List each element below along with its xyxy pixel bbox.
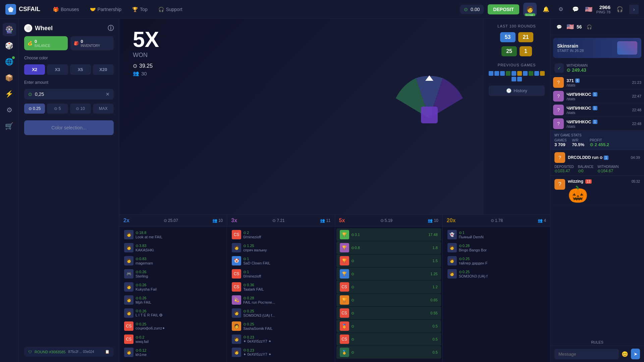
history-button[interactable]: 🕐 History: [489, 85, 545, 96]
nav-top[interactable]: 🏆 Top: [127, 5, 152, 14]
table-row: 🏅 ⊙ 0.5: [336, 346, 441, 359]
balance-tab[interactable]: 💰 0 BALANCE: [24, 36, 68, 50]
bet-column-5x: 5x ⊙ 5.19 👥 10 🏆: [335, 215, 443, 362]
user-avatar-sm: ?: [553, 118, 564, 129]
info-icon[interactable]: ⓘ: [108, 24, 114, 32]
amount-input-wrap: ⊙ ✕: [24, 89, 114, 100]
prev-dot: [529, 71, 533, 76]
chat-icon[interactable]: 💬: [554, 22, 564, 32]
user-list-item: ? ЧИПИНКОС 1 /stats 22:47: [550, 89, 644, 103]
avatar: 🧑: [447, 256, 457, 265]
ping-display: 2966 PING 78: [596, 4, 610, 14]
user-stats-link: /stats: [567, 83, 629, 87]
copy-icon[interactable]: 📋: [105, 350, 110, 354]
bet-amount-5x: ⊙ 5.19: [380, 218, 392, 223]
round-label: ROUND #3083585: [35, 350, 65, 354]
table-row: 🧑 ⊙0.26 L I T E R FAIL ✪: [121, 307, 225, 319]
history-icon: 🕐: [506, 88, 512, 93]
side-upgrade-icon[interactable]: ⚡: [3, 87, 16, 101]
username: 371: [567, 78, 574, 83]
right-panel: 💬 🇺🇸 56 🎧 Skinsrain START IN 26:28 ✓ WIT…: [550, 19, 644, 362]
table-row: 🧑 ⊙0.83 magemam: [121, 254, 225, 267]
chat-input[interactable]: [554, 349, 619, 359]
won-label: WON: [133, 52, 148, 59]
headset-icon[interactable]: 🎧: [585, 22, 594, 32]
side-dice-icon[interactable]: 🎲: [3, 39, 16, 52]
wheel-panel: ⚪ Wheel ⓘ 💰 0 BALANCE 🎒: [19, 19, 119, 362]
user-list-item: ? 371 6 /stats 21:23: [550, 76, 644, 89]
chat-toggle-button[interactable]: 💬: [570, 4, 581, 15]
bet-column-2x: 2x ⊙ 25.07 👥 10 🧑: [119, 215, 227, 362]
side-globe-icon[interactable]: 🌐: [3, 55, 16, 68]
user-avatar-sm: ?: [553, 91, 564, 102]
chat-avatar: ?: [554, 179, 565, 190]
chat-username: wiizzing: [568, 179, 583, 184]
round-hash: 875c2f ... 03e024: [68, 350, 94, 354]
inventory-tab[interactable]: 🎒 0 INVENTORY: [70, 36, 114, 50]
avatar: 🤡: [232, 256, 241, 265]
rules-link[interactable]: RULES: [550, 339, 644, 346]
nav-items: 🎁 Bonuses 🤝 Partnership 🏆 Top 🎧 Support: [48, 5, 452, 14]
quick-max[interactable]: MAX: [93, 104, 114, 114]
side-gear-icon[interactable]: ⚙: [3, 103, 16, 117]
bet-col-header-3x: 3x ⊙ 7.21 👥 11: [227, 215, 334, 227]
avatar: 🧑: [124, 282, 133, 292]
table-row: 🧑 ⊙0.23 ✦ 0eXt/\5zzY7 ✦: [228, 333, 333, 346]
avatar: 🏆: [340, 243, 349, 252]
notification-button[interactable]: 🔔: [541, 4, 551, 15]
partnership-icon: 🤝: [90, 7, 96, 12]
x3-button[interactable]: X3: [47, 64, 68, 75]
x2-button[interactable]: X2: [24, 64, 45, 75]
prev-dot: [540, 71, 545, 76]
game-row: ⚪ Wheel ⓘ 💰 0 BALANCE 🎒: [19, 19, 550, 362]
quick-5[interactable]: ⊙ 5: [47, 104, 68, 114]
nav-bonuses[interactable]: 🎁 Bonuses: [48, 5, 84, 14]
table-row: 🏆 ⊙0.8 1.8: [336, 241, 441, 254]
avatar: 🧑: [232, 335, 241, 344]
avatar: CS: [340, 335, 349, 344]
balance-value: 0.00: [471, 7, 480, 12]
emoji-button[interactable]: 😊: [622, 351, 628, 357]
quick-025[interactable]: ⊙ 0.25: [24, 104, 45, 114]
balance-tabs: 💰 0 BALANCE 🎒 0 INVENTORY: [24, 36, 114, 50]
user-stats-link: /stats: [567, 124, 629, 128]
amount-input[interactable]: [35, 92, 103, 97]
user-avatar[interactable]: 🧑 1 LVL: [523, 3, 537, 16]
stats-title: MY GAME STATS: [554, 133, 640, 137]
prev-dot: [494, 71, 499, 76]
table-row: 👻 ⊙1 Пьяный DemN: [444, 228, 549, 241]
send-button[interactable]: ➤: [631, 349, 640, 359]
side-market-icon[interactable]: 🛒: [3, 119, 16, 133]
expand-button[interactable]: ›: [629, 5, 639, 14]
drcolddd-badge: 1: [604, 156, 608, 160]
skinsrain-banner[interactable]: Skinsrain START IN 26:28: [553, 38, 641, 58]
table-row: CS ⊙ 0.5: [336, 333, 441, 346]
banner-subtitle: START IN 26:28: [557, 49, 584, 53]
prev-dot: [506, 71, 511, 76]
nav-support[interactable]: 🎧 Support: [154, 5, 187, 14]
avatar: CS: [340, 282, 349, 292]
mult-20x-label: 20x: [447, 218, 456, 224]
nav-right: ⊙ 0.00 DEPOSIT 🧑 1 LVL 🔔 ⚙ 💬 🇺🇸 2966 PIN…: [460, 3, 639, 16]
table-row: 🏆 ⊙ 0.65: [336, 294, 441, 306]
x20-button[interactable]: X20: [93, 64, 114, 75]
nav-partnership[interactable]: 🤝 Partnership: [85, 5, 126, 14]
color-select-button[interactable]: Color selection...: [24, 120, 114, 135]
withdrawn-icon: ✓: [554, 63, 564, 73]
side-cases-icon[interactable]: 📦: [3, 71, 16, 84]
x5-button[interactable]: X5: [70, 64, 91, 75]
side-wheel-icon[interactable]: 🎡: [3, 23, 16, 36]
settings-button[interactable]: ⚙: [555, 4, 566, 15]
avatar: 🏅: [340, 348, 349, 357]
table-row: CS ⊙ 1.2: [336, 281, 441, 293]
deposit-button[interactable]: DEPOSIT: [488, 4, 519, 14]
amount-coin-icon: ⊙: [28, 92, 32, 97]
logo[interactable]: CSFAIL: [5, 4, 40, 15]
user-time: 22:48: [632, 122, 641, 126]
headphones-icon[interactable]: 🎧: [614, 4, 625, 15]
prev-dot: [512, 71, 516, 76]
clear-button[interactable]: ✕: [106, 92, 110, 97]
center-area: ⚪ Wheel ⓘ 💰 0 BALANCE 🎒: [19, 19, 550, 362]
quick-10[interactable]: ⊙ 10: [70, 104, 91, 114]
drcolddd-section: ? DRCOLDDD run ✪ 1 04:39 DEPOSITED ⊙103.…: [550, 150, 644, 176]
